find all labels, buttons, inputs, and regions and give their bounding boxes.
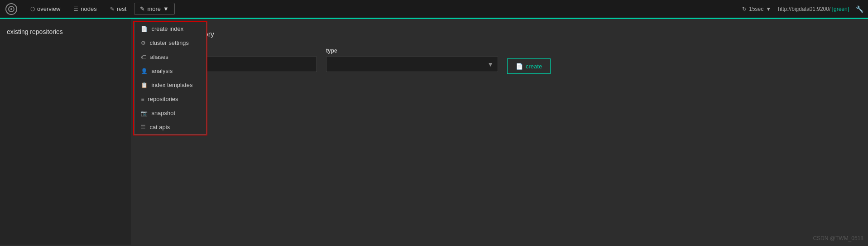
repositories-icon: ≡: [141, 96, 144, 102]
type-select[interactable]: fs url s3 hdfs azure: [326, 57, 498, 72]
navbar-right: ↻ 15sec ▼ http://bigdata01:9200/ [green]…: [742, 5, 863, 13]
pencil-icon: ✎: [140, 5, 145, 12]
cat-apis-icon: ☰: [141, 124, 146, 130]
create-button[interactable]: 📄 create: [507, 58, 551, 74]
nav-item-nodes[interactable]: ☰ nodes: [68, 3, 102, 15]
create-index-icon: 📄: [141, 26, 148, 32]
menu-item-analysis-label: analysis: [151, 68, 173, 74]
refresh-chevron-icon: ▼: [766, 6, 771, 12]
menu-item-cluster-settings-label: cluster settings: [149, 39, 189, 46]
aliases-icon: 🏷: [141, 54, 146, 60]
refresh-icon: ↻: [742, 6, 747, 12]
nav-item-rest[interactable]: ✎ rest: [105, 3, 132, 15]
overview-icon: ⬡: [30, 6, 35, 12]
nodes-icon: ☰: [73, 6, 78, 12]
create-button-label: create: [526, 63, 542, 70]
rest-icon: ✎: [110, 6, 115, 12]
more-button[interactable]: ✎ more ▼: [134, 3, 175, 15]
sidebar: existing repositories: [0, 19, 131, 245]
content-area: create new repository repository name ty…: [131, 19, 868, 245]
type-group: type fs url s3 hdfs azure ▼: [326, 48, 498, 72]
sidebar-title: existing repositories: [7, 28, 124, 35]
main-content: existing repositories create new reposit…: [0, 19, 868, 245]
more-dropdown-menu: 📄 create index ⚙ cluster settings 🏷 alia…: [134, 22, 206, 135]
navbar: ⬡ overview ☰ nodes ✎ rest ✎ more ▼ 📄 cre…: [0, 0, 868, 19]
nav-item-overview-label: overview: [37, 5, 60, 12]
create-file-icon: 📄: [516, 63, 523, 70]
more-dropdown: ✎ more ▼ 📄 create index ⚙ cluster settin…: [134, 3, 175, 15]
svg-point-2: [10, 8, 12, 10]
type-select-wrapper: fs url s3 hdfs azure ▼: [326, 57, 498, 72]
menu-item-repositories[interactable]: ≡ repositories: [134, 92, 206, 106]
menu-item-index-templates[interactable]: 📋 index templates: [134, 78, 206, 92]
menu-item-index-templates-label: index templates: [151, 82, 192, 88]
status-badge: [green]: [832, 6, 849, 12]
section-title: create new repository: [145, 30, 854, 39]
snapshot-icon: 📷: [141, 110, 148, 116]
menu-item-create-index-label: create index: [151, 25, 183, 32]
settings-icon[interactable]: 🔧: [856, 5, 863, 13]
nav-item-rest-label: rest: [117, 5, 127, 12]
chevron-down-icon: ▼: [163, 5, 169, 12]
nav-items: ⬡ overview ☰ nodes ✎ rest ✎ more ▼ 📄 cre…: [25, 3, 175, 15]
type-label: type: [326, 48, 498, 54]
create-repo-form: repository name type fs url s3 hdfs azur…: [145, 48, 854, 74]
more-button-label: more: [147, 5, 161, 12]
watermark: CSDN @TWM_0518: [813, 235, 863, 241]
analysis-icon: 👤: [141, 68, 148, 74]
refresh-interval: 15sec: [749, 6, 763, 12]
menu-item-snapshot[interactable]: 📷 snapshot: [134, 106, 206, 120]
menu-item-aliases[interactable]: 🏷 aliases: [134, 50, 206, 64]
menu-item-repositories-label: repositories: [148, 96, 178, 102]
refresh-button[interactable]: ↻ 15sec ▼: [742, 6, 771, 12]
menu-item-aliases-label: aliases: [150, 53, 168, 60]
index-templates-icon: 📋: [141, 82, 148, 88]
menu-item-create-index[interactable]: 📄 create index: [134, 22, 206, 36]
cluster-settings-icon: ⚙: [141, 40, 146, 46]
nav-item-overview[interactable]: ⬡ overview: [25, 3, 66, 15]
server-url: http://bigdata01:9200/ [green]: [778, 6, 849, 12]
menu-item-cluster-settings[interactable]: ⚙ cluster settings: [134, 36, 206, 50]
menu-item-cat-apis-label: cat apis: [149, 124, 170, 130]
menu-item-analysis[interactable]: 👤 analysis: [134, 64, 206, 78]
menu-item-snapshot-label: snapshot: [151, 110, 175, 116]
app-logo[interactable]: [5, 2, 18, 16]
menu-item-cat-apis[interactable]: ☰ cat apis: [134, 120, 206, 134]
nav-item-nodes-label: nodes: [81, 5, 96, 12]
